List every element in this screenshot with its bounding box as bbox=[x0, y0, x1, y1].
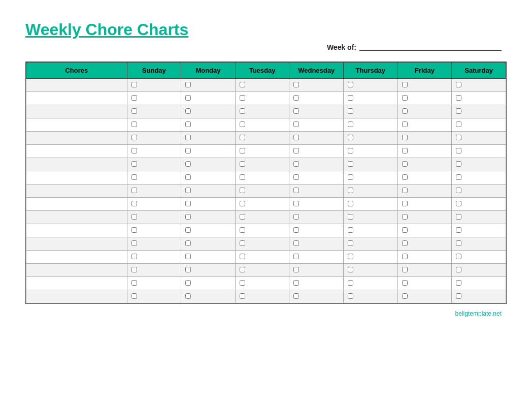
checkbox-sunday-row11[interactable] bbox=[131, 227, 137, 233]
checkbox-tuesday-row0[interactable] bbox=[240, 82, 245, 87]
checkbox-friday-row13[interactable] bbox=[402, 254, 408, 259]
checkbox-tuesday-row10[interactable] bbox=[240, 214, 245, 220]
checkbox-wednesday-row7[interactable] bbox=[293, 174, 299, 180]
checkbox-friday-row3[interactable] bbox=[402, 121, 408, 127]
checkbox-saturday-row15[interactable] bbox=[456, 280, 461, 286]
checkbox-thursday-row6[interactable] bbox=[348, 161, 353, 167]
checkbox-sunday-row12[interactable] bbox=[131, 240, 137, 246]
checkbox-friday-row16[interactable] bbox=[402, 293, 408, 299]
checkbox-saturday-row13[interactable] bbox=[456, 254, 461, 259]
checkbox-monday-row1[interactable] bbox=[185, 95, 191, 101]
checkbox-tuesday-row13[interactable] bbox=[240, 254, 245, 259]
checkbox-sunday-row4[interactable] bbox=[131, 135, 137, 140]
checkbox-wednesday-row15[interactable] bbox=[293, 280, 299, 286]
checkbox-tuesday-row14[interactable] bbox=[240, 267, 245, 272]
checkbox-sunday-row10[interactable] bbox=[131, 214, 137, 220]
checkbox-monday-row10[interactable] bbox=[185, 214, 191, 220]
checkbox-tuesday-row8[interactable] bbox=[240, 188, 245, 193]
checkbox-tuesday-row16[interactable] bbox=[240, 293, 245, 299]
checkbox-tuesday-row12[interactable] bbox=[240, 240, 245, 246]
checkbox-thursday-row5[interactable] bbox=[348, 148, 353, 153]
checkbox-monday-row0[interactable] bbox=[185, 82, 191, 87]
checkbox-saturday-row5[interactable] bbox=[456, 148, 461, 153]
checkbox-tuesday-row4[interactable] bbox=[240, 135, 245, 140]
checkbox-tuesday-row15[interactable] bbox=[240, 280, 245, 286]
checkbox-saturday-row16[interactable] bbox=[456, 293, 461, 299]
checkbox-sunday-row8[interactable] bbox=[131, 188, 137, 193]
checkbox-friday-row11[interactable] bbox=[402, 227, 408, 233]
checkbox-sunday-row14[interactable] bbox=[131, 267, 137, 272]
checkbox-sunday-row7[interactable] bbox=[131, 174, 137, 180]
checkbox-sunday-row2[interactable] bbox=[131, 108, 137, 114]
checkbox-saturday-row8[interactable] bbox=[456, 188, 461, 193]
checkbox-friday-row7[interactable] bbox=[402, 174, 408, 180]
checkbox-thursday-row8[interactable] bbox=[348, 188, 353, 193]
checkbox-saturday-row10[interactable] bbox=[456, 214, 461, 220]
checkbox-thursday-row15[interactable] bbox=[348, 280, 353, 286]
checkbox-sunday-row1[interactable] bbox=[131, 95, 137, 101]
checkbox-thursday-row10[interactable] bbox=[348, 214, 353, 220]
checkbox-friday-row5[interactable] bbox=[402, 148, 408, 153]
checkbox-tuesday-row5[interactable] bbox=[240, 148, 245, 153]
checkbox-thursday-row9[interactable] bbox=[348, 201, 353, 206]
checkbox-friday-row10[interactable] bbox=[402, 214, 408, 220]
checkbox-saturday-row1[interactable] bbox=[456, 95, 461, 101]
checkbox-sunday-row6[interactable] bbox=[131, 161, 137, 167]
checkbox-tuesday-row9[interactable] bbox=[240, 201, 245, 206]
checkbox-monday-row15[interactable] bbox=[185, 280, 191, 286]
checkbox-thursday-row3[interactable] bbox=[348, 121, 353, 127]
checkbox-monday-row5[interactable] bbox=[185, 148, 191, 153]
checkbox-tuesday-row6[interactable] bbox=[240, 161, 245, 167]
checkbox-monday-row16[interactable] bbox=[185, 293, 191, 299]
checkbox-wednesday-row5[interactable] bbox=[293, 148, 299, 153]
checkbox-thursday-row1[interactable] bbox=[348, 95, 353, 101]
checkbox-saturday-row6[interactable] bbox=[456, 161, 461, 167]
checkbox-sunday-row3[interactable] bbox=[131, 121, 137, 127]
checkbox-friday-row4[interactable] bbox=[402, 135, 408, 140]
checkbox-monday-row4[interactable] bbox=[185, 135, 191, 140]
checkbox-friday-row15[interactable] bbox=[402, 280, 408, 286]
checkbox-sunday-row16[interactable] bbox=[131, 293, 137, 299]
checkbox-friday-row1[interactable] bbox=[402, 95, 408, 101]
checkbox-wednesday-row10[interactable] bbox=[293, 214, 299, 220]
checkbox-thursday-row7[interactable] bbox=[348, 174, 353, 180]
checkbox-wednesday-row12[interactable] bbox=[293, 240, 299, 246]
checkbox-friday-row9[interactable] bbox=[402, 201, 408, 206]
checkbox-saturday-row0[interactable] bbox=[456, 82, 461, 87]
checkbox-monday-row12[interactable] bbox=[185, 240, 191, 246]
checkbox-saturday-row3[interactable] bbox=[456, 121, 461, 127]
checkbox-tuesday-row1[interactable] bbox=[240, 95, 245, 101]
checkbox-friday-row0[interactable] bbox=[402, 82, 408, 87]
checkbox-tuesday-row2[interactable] bbox=[240, 108, 245, 114]
checkbox-monday-row2[interactable] bbox=[185, 108, 191, 114]
checkbox-friday-row6[interactable] bbox=[402, 161, 408, 167]
checkbox-wednesday-row9[interactable] bbox=[293, 201, 299, 206]
checkbox-thursday-row12[interactable] bbox=[348, 240, 353, 246]
checkbox-wednesday-row8[interactable] bbox=[293, 188, 299, 193]
checkbox-saturday-row12[interactable] bbox=[456, 240, 461, 246]
checkbox-saturday-row11[interactable] bbox=[456, 227, 461, 233]
checkbox-monday-row13[interactable] bbox=[185, 254, 191, 259]
checkbox-wednesday-row0[interactable] bbox=[293, 82, 299, 87]
checkbox-thursday-row0[interactable] bbox=[348, 82, 353, 87]
checkbox-sunday-row5[interactable] bbox=[131, 148, 137, 153]
checkbox-tuesday-row11[interactable] bbox=[240, 227, 245, 233]
checkbox-thursday-row4[interactable] bbox=[348, 135, 353, 140]
checkbox-wednesday-row4[interactable] bbox=[293, 135, 299, 140]
checkbox-sunday-row13[interactable] bbox=[131, 254, 137, 259]
checkbox-saturday-row2[interactable] bbox=[456, 108, 461, 114]
checkbox-tuesday-row7[interactable] bbox=[240, 174, 245, 180]
checkbox-monday-row7[interactable] bbox=[185, 174, 191, 180]
checkbox-wednesday-row1[interactable] bbox=[293, 95, 299, 101]
checkbox-wednesday-row6[interactable] bbox=[293, 161, 299, 167]
checkbox-sunday-row0[interactable] bbox=[131, 82, 137, 87]
checkbox-sunday-row15[interactable] bbox=[131, 280, 137, 286]
checkbox-tuesday-row3[interactable] bbox=[240, 121, 245, 127]
checkbox-friday-row2[interactable] bbox=[402, 108, 408, 114]
checkbox-thursday-row11[interactable] bbox=[348, 227, 353, 233]
checkbox-wednesday-row14[interactable] bbox=[293, 267, 299, 272]
checkbox-monday-row14[interactable] bbox=[185, 267, 191, 272]
checkbox-thursday-row16[interactable] bbox=[348, 293, 353, 299]
checkbox-monday-row8[interactable] bbox=[185, 188, 191, 193]
checkbox-monday-row9[interactable] bbox=[185, 201, 191, 206]
